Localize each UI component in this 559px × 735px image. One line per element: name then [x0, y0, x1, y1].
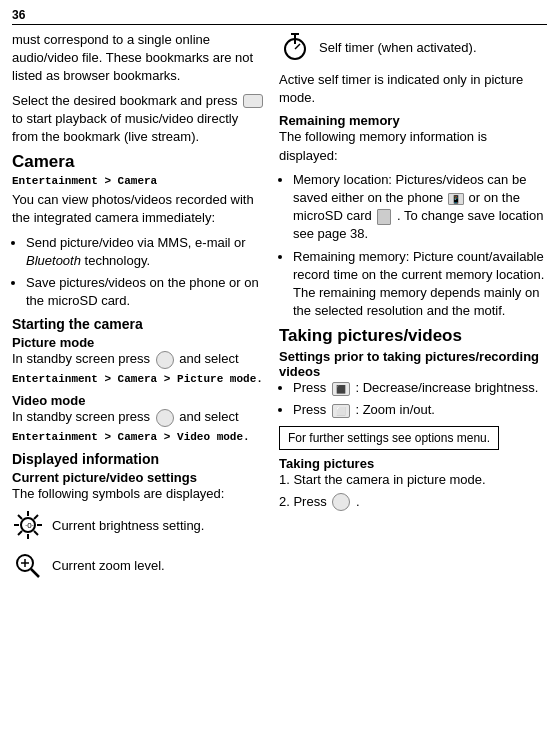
memory-location-item: Memory location: Pictures/videos can be …	[293, 171, 547, 244]
selftimer-description: Active self timer is indicated only in p…	[279, 71, 547, 107]
remaining-memory-item: Remaining memory: Picture count/availabl…	[293, 248, 547, 321]
video-mode-text: In standby screen press and select Enter…	[12, 408, 267, 445]
video-mode-heading: Video mode	[12, 393, 267, 408]
zoom-button-icon: ⬜	[332, 404, 350, 418]
menu-button-icon	[156, 351, 174, 369]
selftimer-icon	[279, 31, 311, 63]
taking-pictures-heading: Taking pictures/videos	[279, 326, 547, 346]
brightness-icon: ·0·	[12, 509, 44, 541]
svg-line-11	[31, 569, 39, 577]
camera-description: You can view photos/videos recorded with…	[12, 191, 267, 227]
following-symbols-text: The following symbols are displayed:	[12, 485, 267, 503]
select-text: Select the desired bookmark and press to…	[12, 92, 267, 147]
brightness-press-item: Press ⬛ : Decrease/increase brightness.	[293, 379, 547, 397]
shutter-button-icon	[332, 493, 350, 511]
press-settings-list: Press ⬛ : Decrease/increase brightness. …	[293, 379, 547, 419]
page-container: 36 must correspond to a single online au…	[12, 8, 547, 589]
displayed-info-heading: Displayed information	[12, 451, 267, 467]
camera-features-list: Send picture/video via MMS, e-mail or Bl…	[26, 234, 267, 311]
left-column: must correspond to a single online audio…	[12, 31, 267, 589]
picture-mode-text: In standby screen press and select Enter…	[12, 350, 267, 387]
remaining-memory-heading: Remaining memory	[279, 113, 547, 128]
svg-line-6	[34, 531, 38, 535]
starting-camera-heading: Starting the camera	[12, 316, 267, 332]
right-column: Self timer (when activated). Active self…	[279, 31, 547, 589]
zoom-label: Current zoom level.	[52, 558, 165, 573]
bookmark-button-icon	[243, 94, 263, 108]
selftimer-icon-row: Self timer (when activated).	[279, 31, 547, 63]
settings-subheading: Settings prior to taking pictures/record…	[279, 349, 547, 379]
svg-line-5	[18, 515, 22, 519]
step-1: 1. Start the camera in picture mode.	[279, 471, 547, 489]
brightness-icon-row: ·0· Current brightness setting.	[12, 509, 267, 541]
picture-mode-heading: Picture mode	[12, 335, 267, 350]
camera-heading: Camera	[12, 152, 267, 172]
zoom-icon	[12, 549, 44, 581]
zoom-press-item: Press ⬜ : Zoom in/out.	[293, 401, 547, 419]
svg-line-8	[18, 531, 22, 535]
taking-pictures-subheading: Taking pictures	[279, 456, 547, 471]
note-box: For further settings see options menu.	[279, 426, 499, 450]
page-number: 36	[12, 8, 547, 25]
svg-text:·0·: ·0·	[25, 521, 34, 530]
camera-feature-item-1: Send picture/video via MMS, e-mail or Bl…	[26, 234, 267, 270]
svg-line-16	[295, 44, 300, 49]
selftimer-label: Self timer (when activated).	[319, 40, 477, 55]
intro-text: must correspond to a single online audio…	[12, 31, 267, 86]
phone-icon: 📱	[448, 193, 464, 205]
two-column-layout: must correspond to a single online audio…	[12, 31, 547, 589]
zoom-icon-row: Current zoom level.	[12, 549, 267, 581]
taking-pictures-steps: 1. Start the camera in picture mode. 2. …	[279, 471, 547, 512]
brightness-label: Current brightness setting.	[52, 518, 204, 533]
brightness-button-icon: ⬛	[332, 382, 350, 396]
sd-card-icon	[377, 209, 391, 225]
current-settings-heading: Current picture/video settings	[12, 470, 267, 485]
menu-button-icon-2	[156, 409, 174, 427]
remaining-memory-desc: The following memory information is disp…	[279, 128, 547, 164]
camera-feature-item-2: Save pictures/videos on the phone or on …	[26, 274, 267, 310]
memory-info-list: Memory location: Pictures/videos can be …	[293, 171, 547, 321]
step-2: 2. Press .	[279, 493, 547, 512]
svg-line-7	[34, 515, 38, 519]
camera-nav-path: Entertainment > Camera	[12, 175, 267, 187]
